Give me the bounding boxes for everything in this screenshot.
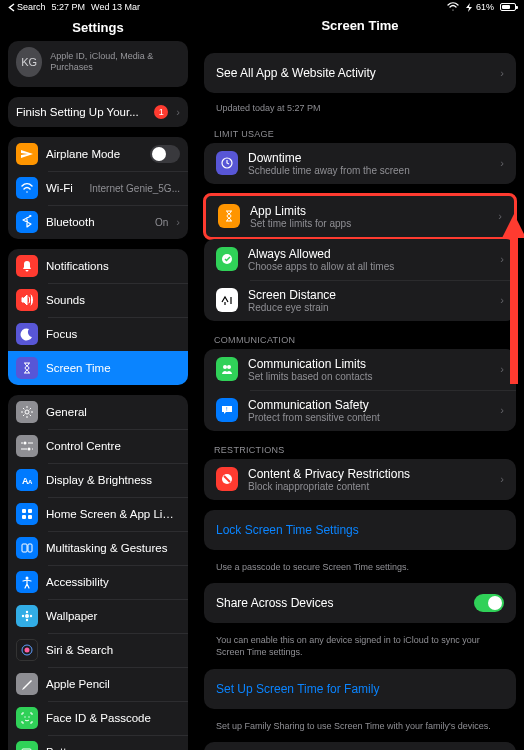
hourglass-icon bbox=[16, 357, 38, 379]
settings-sidebar: Settings KG Apple ID, iCloud, Media & Pu… bbox=[0, 14, 196, 750]
grid-icon bbox=[16, 503, 38, 525]
accessibility-icon bbox=[16, 571, 38, 593]
svg-point-2 bbox=[28, 448, 31, 451]
sidebar-item-faceid[interactable]: Face ID & Passcode bbox=[8, 701, 188, 735]
sidebar-item-display[interactable]: AA Display & Brightness bbox=[8, 463, 188, 497]
chevron-right-icon: › bbox=[498, 210, 502, 222]
moon-icon bbox=[16, 323, 38, 345]
svg-point-0 bbox=[25, 410, 29, 414]
chevron-right-icon: › bbox=[500, 363, 504, 375]
svg-text:A: A bbox=[28, 479, 33, 485]
svg-point-16 bbox=[22, 615, 24, 617]
row-comm-safety[interactable]: ! Communication SafetyProtect from sensi… bbox=[204, 390, 516, 431]
sidebar-item-wallpaper[interactable]: Wallpaper bbox=[8, 599, 188, 633]
row-app-limits[interactable]: App LimitsSet time limits for apps › bbox=[206, 196, 514, 237]
sidebar-title: Settings bbox=[8, 20, 188, 35]
sidebar-item-sounds[interactable]: Sounds bbox=[8, 283, 188, 317]
svg-point-19 bbox=[24, 716, 25, 717]
sidebar-item-general[interactable]: General bbox=[8, 395, 188, 429]
sidebar-item-bluetooth[interactable]: Bluetooth On › bbox=[8, 205, 188, 239]
row-family[interactable]: Set Up Screen Time for Family bbox=[204, 669, 516, 709]
family-footnote: Set up Family Sharing to use Screen Time… bbox=[204, 719, 516, 743]
sidebar-item-home-screen[interactable]: Home Screen & App Library bbox=[8, 497, 188, 531]
sidebar-item-notifications[interactable]: Notifications bbox=[8, 249, 188, 283]
sidebar-item-battery[interactable]: Battery bbox=[8, 735, 188, 750]
chevron-right-icon: › bbox=[500, 67, 504, 79]
wifi-icon bbox=[447, 2, 459, 13]
svg-rect-8 bbox=[28, 515, 32, 519]
group-header-limit: Limit Usage bbox=[204, 125, 516, 143]
chevron-right-icon: › bbox=[176, 216, 180, 228]
svg-point-11 bbox=[26, 577, 29, 580]
svg-point-26 bbox=[223, 365, 227, 369]
pencil-icon bbox=[16, 673, 38, 695]
apple-id-row[interactable]: KG Apple ID, iCloud, Media & Purchases bbox=[8, 41, 188, 87]
bell-icon bbox=[16, 255, 38, 277]
group-header-restr: Restrictions bbox=[204, 441, 516, 459]
svg-rect-10 bbox=[28, 544, 32, 552]
row-screen-distance[interactable]: Screen DistanceReduce eye strain › bbox=[204, 280, 516, 321]
svg-point-15 bbox=[26, 619, 28, 621]
hourglass-icon bbox=[218, 204, 240, 228]
siri-icon bbox=[16, 639, 38, 661]
svg-point-12 bbox=[25, 614, 29, 618]
avatar: KG bbox=[16, 47, 42, 77]
sidebar-item-focus[interactable]: Focus bbox=[8, 317, 188, 351]
sidebar-item-finish-setup[interactable]: Finish Setting Up Your... 1 › bbox=[8, 97, 188, 127]
chevron-right-icon: › bbox=[500, 294, 504, 306]
people-icon bbox=[216, 357, 238, 381]
row-always-allowed[interactable]: Always AllowedChoose apps to allow at al… bbox=[204, 239, 516, 280]
row-content-privacy[interactable]: Content & Privacy RestrictionsBlock inap… bbox=[204, 459, 516, 500]
distance-icon bbox=[216, 288, 238, 312]
detail-pane: Screen Time See All App & Website Activi… bbox=[196, 14, 524, 750]
svg-point-18 bbox=[25, 648, 30, 653]
rectangles-icon bbox=[16, 537, 38, 559]
sliders-icon bbox=[16, 435, 38, 457]
sidebar-item-airplane[interactable]: Airplane Mode bbox=[8, 137, 188, 171]
row-all-activity[interactable]: See All App & Website Activity › bbox=[204, 53, 516, 93]
share-toggle[interactable] bbox=[474, 594, 504, 612]
airplane-toggle[interactable] bbox=[150, 145, 180, 163]
flower-icon bbox=[16, 605, 38, 627]
sidebar-item-wifi[interactable]: Wi-Fi Internet Genie_5G... bbox=[8, 171, 188, 205]
airplane-icon bbox=[16, 143, 38, 165]
svg-point-1 bbox=[24, 442, 27, 445]
sidebar-item-screentime[interactable]: Screen Time bbox=[8, 351, 188, 385]
row-comm-limits[interactable]: Communication LimitsSet limits based on … bbox=[204, 349, 516, 390]
svg-rect-5 bbox=[22, 509, 26, 513]
group-header-comm: Communication bbox=[204, 331, 516, 349]
row-lock-settings[interactable]: Lock Screen Time Settings bbox=[204, 510, 516, 550]
sidebar-item-control-centre[interactable]: Control Centre bbox=[8, 429, 188, 463]
sidebar-item-accessibility[interactable]: Accessibility bbox=[8, 565, 188, 599]
svg-rect-9 bbox=[22, 544, 27, 552]
speaker-icon bbox=[16, 289, 38, 311]
sidebar-item-siri[interactable]: Siri & Search bbox=[8, 633, 188, 667]
faceid-icon bbox=[16, 707, 38, 729]
svg-point-13 bbox=[26, 611, 28, 613]
chevron-right-icon: › bbox=[500, 404, 504, 416]
status-bar: Search 5:27 PM Wed 13 Mar 61% bbox=[0, 0, 524, 14]
status-date: Wed 13 Mar bbox=[91, 2, 140, 12]
row-share-across[interactable]: Share Across Devices bbox=[204, 583, 516, 623]
page-title: Screen Time bbox=[204, 14, 516, 33]
battery-percent: 61% bbox=[465, 2, 494, 12]
svg-point-20 bbox=[28, 716, 29, 717]
highlight-app-limits: App LimitsSet time limits for apps › bbox=[203, 193, 517, 240]
sidebar-item-multitasking[interactable]: Multitasking & Gestures bbox=[8, 531, 188, 565]
badge: 1 bbox=[154, 105, 168, 119]
row-turn-off[interactable]: Turn Off App & Website Activity bbox=[204, 742, 516, 750]
sidebar-item-apple-pencil[interactable]: Apple Pencil bbox=[8, 667, 188, 701]
svg-rect-6 bbox=[28, 509, 32, 513]
clock-icon bbox=[216, 151, 238, 175]
updated-footnote: Updated today at 5:27 PM bbox=[204, 103, 516, 125]
chevron-right-icon: › bbox=[500, 473, 504, 485]
back-to-search[interactable]: Search bbox=[8, 2, 46, 12]
svg-point-27 bbox=[227, 365, 231, 369]
chevron-right-icon: › bbox=[500, 157, 504, 169]
apple-id-sub: Apple ID, iCloud, Media & Purchases bbox=[50, 51, 180, 73]
svg-point-14 bbox=[30, 615, 32, 617]
chevron-right-icon: › bbox=[176, 106, 180, 118]
battery-icon bbox=[16, 741, 38, 750]
row-downtime[interactable]: DowntimeSchedule time away from the scre… bbox=[204, 143, 516, 184]
status-time: 5:27 PM bbox=[52, 2, 86, 12]
